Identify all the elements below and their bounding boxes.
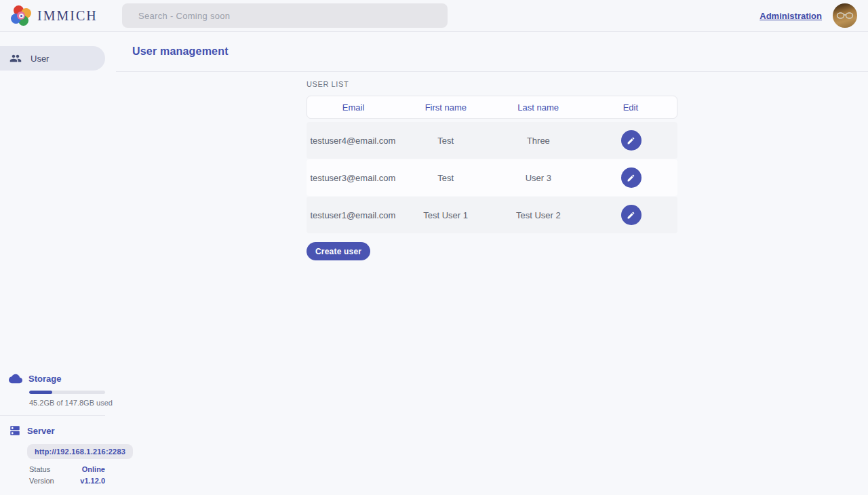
main-panel: User management USER LIST Email First na… (116, 32, 868, 495)
table-header-row: Email First name Last name Edit (307, 96, 677, 119)
cell-edit (585, 167, 677, 188)
sidebar-divider (0, 415, 105, 416)
storage-title: Storage (28, 374, 61, 384)
cloud-icon (9, 374, 22, 384)
table-row: testuser3@email.com Test User 3 (307, 159, 677, 196)
edit-user-button[interactable] (621, 130, 642, 151)
sidebar: User Storage 45.2GB of 147.8GB used Serv… (0, 32, 116, 495)
column-header-first-name: First name (399, 102, 492, 113)
edit-user-button[interactable] (621, 205, 642, 225)
immich-flower-icon (11, 5, 31, 26)
pencil-icon (627, 211, 635, 220)
sidebar-item-user[interactable]: User (0, 46, 105, 71)
server-title: Server (27, 426, 54, 436)
pencil-icon (627, 136, 635, 145)
version-value: v1.12.0 (80, 477, 105, 485)
main-content: USER LIST Email First name Last name Edi… (116, 72, 868, 260)
app-title: IMMICH (37, 8, 98, 24)
user-list-section: USER LIST Email First name Last name Edi… (307, 80, 677, 260)
storage-section-header: Storage (0, 372, 116, 385)
status-value: Online (82, 465, 105, 473)
cell-email: testuser3@email.com (307, 173, 399, 183)
cell-first-name: Test (399, 136, 492, 146)
pencil-icon (627, 174, 635, 182)
users-icon (9, 52, 22, 64)
flower-center (17, 12, 25, 20)
sidebar-status-panel: Storage 45.2GB of 147.8GB used Server ht… (0, 372, 116, 485)
cell-email: testuser1@email.com (307, 210, 399, 220)
server-url-badge: http://192.168.1.216:2283 (27, 444, 133, 459)
table-row: testuser1@email.com Test User 1 Test Use… (307, 197, 677, 233)
create-user-button[interactable]: Create user (307, 242, 370, 260)
server-status-row: Status Online (29, 465, 105, 473)
column-header-email: Email (307, 102, 399, 113)
table-body: testuser4@email.com Test Three testuser3… (307, 122, 677, 233)
cell-last-name: Test User 2 (492, 210, 585, 220)
dns-server-icon (9, 424, 21, 437)
cell-edit (585, 130, 677, 151)
glasses-icon (836, 12, 854, 19)
user-list-label: USER LIST (307, 80, 677, 88)
page-title: User management (132, 45, 229, 58)
cell-first-name: Test (399, 173, 492, 183)
administration-link[interactable]: Administration (760, 11, 822, 21)
server-version-row: Version v1.12.0 (29, 477, 105, 485)
table-row: testuser4@email.com Test Three (307, 122, 677, 159)
cell-last-name: Three (492, 136, 585, 146)
storage-progress-bar (29, 391, 105, 394)
storage-progress-fill (29, 391, 52, 394)
server-section-header: Server (0, 424, 116, 437)
cell-email: testuser4@email.com (307, 136, 399, 146)
storage-usage-text: 45.2GB of 147.8GB used (29, 399, 116, 407)
cell-first-name: Test User 1 (399, 210, 492, 220)
main-header: User management (116, 32, 868, 72)
cell-last-name: User 3 (492, 173, 585, 183)
user-avatar[interactable] (833, 3, 857, 28)
status-label: Status (29, 465, 50, 473)
column-header-last-name: Last name (492, 102, 585, 113)
cell-edit (585, 205, 677, 225)
version-label: Version (29, 477, 54, 485)
column-header-edit: Edit (585, 102, 677, 113)
top-bar: IMMICH Administration (0, 0, 868, 32)
topbar-right: Administration (760, 3, 857, 28)
edit-user-button[interactable] (621, 167, 642, 188)
app-logo[interactable]: IMMICH (11, 5, 98, 26)
search-input[interactable] (122, 3, 448, 28)
sidebar-item-user-label: User (31, 54, 49, 64)
